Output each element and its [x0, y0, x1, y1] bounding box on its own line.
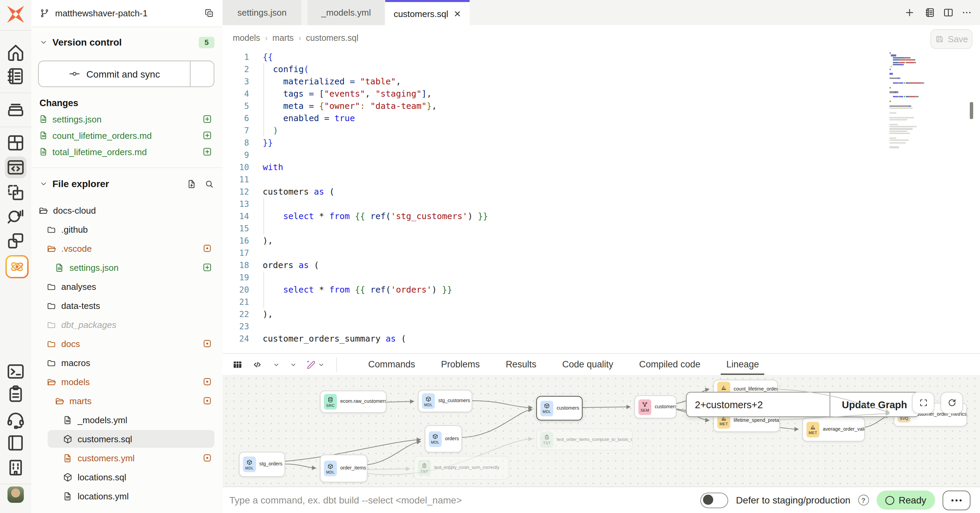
dbt-logo-icon[interactable] [7, 5, 24, 23]
stage-file-icon[interactable] [202, 114, 212, 124]
code-line[interactable]: 9 [223, 149, 980, 161]
code-line[interactable]: 3 materialized = "table", [223, 76, 980, 88]
lineage-node-test_supply_costs_sum_correctly[interactable]: TSTtest_supply_costs_sum_correctly [414, 456, 509, 480]
plus-icon[interactable] [904, 7, 915, 18]
tab-_models.yml[interactable]: _models.yml [308, 0, 385, 25]
avatar[interactable] [8, 486, 24, 503]
panel-tab-lineage[interactable]: Lineage [726, 353, 759, 375]
search-icon[interactable] [204, 179, 215, 189]
code-line[interactable]: 5 meta = {"owner": "data-team"}, [223, 100, 980, 112]
code-line[interactable]: 21 [223, 296, 980, 308]
tree-item-docs-cloud[interactable]: docs-cloud [31, 201, 223, 220]
defer-toggle[interactable] [701, 492, 729, 508]
lineage-node-stg_orders[interactable]: MDLstg_orders [239, 452, 285, 477]
update-graph-button[interactable]: Update Graph [830, 392, 919, 416]
lineage-selector-input[interactable]: 2+customers+2 [687, 392, 830, 416]
code-editor[interactable]: 1{{2 config(3 materialized = "table",4 t… [223, 51, 980, 353]
rail-item-home[interactable] [5, 41, 27, 63]
lineage-node-ecom.raw_customers[interactable]: SRCecom.raw_customers [320, 391, 387, 413]
file-explorer-header[interactable]: File explorer [31, 176, 223, 192]
tab-settings.json[interactable]: settings.json [223, 0, 301, 25]
code-line[interactable]: 22), [223, 308, 980, 321]
code-line[interactable]: 24customer_orders_summary as ( [223, 333, 980, 345]
code-line[interactable]: 23 [223, 321, 980, 333]
lineage-node-average_order_value[interactable]: METaverage_order_value [802, 417, 865, 442]
help-icon[interactable]: ? [858, 495, 869, 505]
commit-options-caret[interactable] [190, 61, 214, 86]
panel-tab-compiled-code[interactable]: Compiled code [639, 353, 700, 375]
tree-item-macros[interactable]: macros [31, 353, 223, 372]
minimap[interactable] [889, 52, 958, 149]
results-table-icon[interactable] [232, 359, 243, 370]
panel-tab-code-quality[interactable]: Code quality [562, 353, 613, 375]
panel-tab-problems[interactable]: Problems [441, 353, 480, 375]
code-line[interactable]: 20 select * from {{ ref('orders') }} [223, 284, 980, 296]
stage-file-icon[interactable] [202, 147, 212, 157]
lineage-node-customers[interactable]: SEMcustomers [634, 395, 676, 418]
rail-item-support[interactable] [5, 409, 27, 431]
lineage-node-stg_customers[interactable]: MDLstg_customers [418, 390, 472, 412]
code-line[interactable]: 1{{ [223, 51, 980, 63]
tree-item-locations.yml[interactable]: locations.yml [31, 486, 223, 505]
code-line[interactable]: 12customers as ( [223, 186, 980, 198]
tree-item-settings.json[interactable]: settings.json [31, 258, 223, 277]
panel-tab-results[interactable]: Results [506, 353, 536, 375]
fullscreen-button[interactable] [912, 392, 934, 414]
rail-item-organization[interactable] [5, 457, 27, 478]
rail-item-environments[interactable] [5, 98, 27, 121]
code-line[interactable]: 18orders as ( [223, 259, 980, 272]
code-line[interactable]: 11 [223, 173, 980, 186]
ai-assist-icon[interactable] [305, 359, 317, 370]
code-line[interactable]: 7 ) [223, 124, 980, 137]
breadcrumb-models[interactable]: models [233, 33, 260, 43]
lineage-node-customers[interactable]: MDLcustomers [536, 396, 582, 421]
tree-item-docs[interactable]: docs [31, 334, 223, 353]
chevron-down-icon[interactable] [317, 361, 325, 368]
tab-customers.sql[interactable]: customers.sql✕ [385, 0, 469, 25]
code-line[interactable]: 14 select * from {{ ref('stg_customers')… [223, 210, 980, 222]
code-line[interactable]: 2 config( [223, 63, 980, 76]
chevron-down-icon[interactable] [288, 361, 297, 368]
scrollbar-thumb[interactable] [970, 102, 973, 119]
rail-item-ide[interactable] [5, 156, 27, 178]
tree-item-_models.yml[interactable]: _models.yml [31, 410, 223, 429]
code-line[interactable]: 10with [223, 161, 980, 173]
split-icon[interactable] [943, 7, 954, 18]
tree-item-data-tests[interactable]: data-tests [31, 296, 223, 315]
code-line[interactable]: 19 [223, 272, 980, 284]
close-icon[interactable]: ✕ [453, 8, 461, 19]
code-line[interactable]: 16), [223, 235, 980, 247]
code-line[interactable]: 6 enabled = true [223, 112, 980, 124]
tree-item-models[interactable]: models [31, 372, 223, 391]
commit-and-sync-button[interactable]: Commit and sync [38, 60, 215, 87]
more-options-button[interactable] [943, 490, 970, 510]
tree-item-customers.sql[interactable]: customers.sql [31, 429, 223, 448]
rail-item-terminal[interactable] [5, 361, 27, 382]
new-file-icon[interactable] [186, 179, 197, 189]
code-line[interactable]: 13 [223, 198, 980, 210]
commit-and-sync-main[interactable]: Commit and sync [39, 61, 190, 86]
dots-icon[interactable] [961, 7, 972, 18]
status-badge[interactable]: Ready [876, 491, 935, 510]
chevron-down-icon[interactable] [272, 361, 280, 368]
changed-file-total_lifetime_orders.md[interactable]: total_lifetime_orders.md [31, 144, 223, 160]
copy-icon[interactable] [204, 8, 215, 18]
panel-tab-commands[interactable]: Commands [368, 353, 415, 375]
tree-item-marts[interactable]: marts [31, 391, 223, 410]
code-line[interactable]: 17 [223, 247, 980, 259]
tree-item-analyses[interactable]: analyses [31, 277, 223, 296]
changed-file-count_lifetime_orders.md[interactable]: count_lifetime_orders.md [31, 127, 223, 144]
tree-item-customers.yml[interactable]: customers.yml [31, 448, 223, 467]
lineage-node-orders[interactable]: MDLorders [425, 425, 462, 453]
rail-item-apps[interactable] [5, 230, 27, 252]
code-line[interactable]: 4 tags = ["events", "staging"], [223, 88, 980, 100]
rail-item-canvas[interactable] [5, 182, 27, 203]
tree-item-locations.sql[interactable]: locations.sql [31, 467, 223, 486]
tree-item-dbt_packages[interactable]: dbt_packages [31, 315, 223, 334]
rail-item-notebook[interactable] [5, 65, 27, 87]
notebook-icon[interactable] [924, 7, 936, 18]
rail-item-insights[interactable] [5, 205, 27, 227]
rail-item-dashboard[interactable] [5, 132, 27, 154]
lineage-node-order_items[interactable]: MDLorder_items [320, 454, 368, 482]
stage-file-icon[interactable] [202, 130, 212, 140]
